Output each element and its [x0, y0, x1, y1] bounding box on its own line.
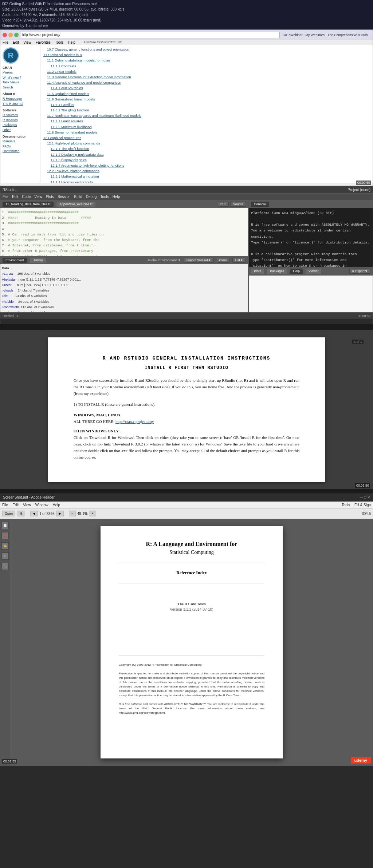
sidebar-link-journal[interactable]: The R Journal [3, 102, 38, 107]
toc-link-16[interactable]: 12 Graphical procedures [43, 135, 370, 140]
editor-tab-1[interactable]: 11_Reading_data_from_files.R [3, 202, 54, 207]
sidebar-link-taskviews[interactable]: Task Views [3, 80, 38, 85]
toc-link-17[interactable]: 12.1 High-level plotting commands [47, 140, 370, 146]
export-btn[interactable]: R Export▼ [349, 269, 370, 274]
attachments-panel-icon[interactable]: 📎 [1, 563, 9, 570]
toc-link-14[interactable]: 11.7.2 Maximum likelihood [51, 124, 370, 130]
code-editor[interactable]: 1. ################################## 2.… [0, 208, 248, 256]
r-site-layout: R CRAN Mirrors What's new? Task Views Se… [0, 45, 373, 183]
toc-link-1[interactable]: 11 Statistical models in R [43, 52, 370, 58]
toc-link-3[interactable]: 11.1.1 Contrasts [51, 63, 370, 69]
env-data-header: Data [2, 266, 247, 271]
console-tab[interactable]: Console [251, 202, 269, 207]
toc-link-18[interactable]: 12.1.1 The plot() function [51, 146, 370, 151]
reader-menu-window[interactable]: Window [35, 503, 48, 507]
sidebar-link-faqs[interactable]: FAQs [3, 144, 38, 149]
sidebar-link-mirrors[interactable]: Mirrors [3, 70, 38, 75]
menu-file[interactable]: File [3, 195, 8, 199]
menu-tools[interactable]: Tools [55, 40, 63, 44]
menu-edit[interactable]: Edit [12, 195, 18, 199]
console-collab: R is a collaborative project with many c… [251, 251, 370, 257]
menu-debug[interactable]: Debug [86, 195, 97, 199]
clear-env-btn[interactable]: Clear [217, 258, 230, 263]
toc-link-0[interactable]: 10.7 Classes, generic functions and obje… [47, 47, 370, 52]
reader-menu-edit[interactable]: Edit [12, 503, 19, 507]
packages-tab[interactable]: Packages [267, 269, 287, 274]
toc-link-19[interactable]: 12.1.2 Displaying multivariate data [51, 152, 370, 157]
toc-link-6[interactable]: 11.4 Analysis of variance and model comp… [47, 80, 370, 85]
toc-link-5[interactable]: 11.3 Generic functions for extracting mo… [47, 74, 370, 80]
sidebar-link-whatsnew[interactable]: What's new? [3, 75, 38, 80]
menu-view[interactable]: View [23, 40, 31, 44]
toc-link-23[interactable]: 12.2.1 Mathematical annotation [51, 174, 370, 179]
sidebar-link-search[interactable]: Search [3, 85, 38, 90]
doc-cran-link[interactable]: http://cran.r-project.org/ [115, 419, 154, 424]
menu-file[interactable]: File [3, 40, 8, 44]
reader-zoom-out-btn[interactable]: − [69, 511, 76, 516]
reader-menu-view[interactable]: View [23, 503, 31, 507]
viewer-tab[interactable]: Viewer [306, 269, 321, 274]
sidebar-link-other[interactable]: Other [3, 128, 38, 133]
toc-link-21[interactable]: 12.1.4 Arguments to high-level plotting … [51, 163, 370, 168]
menu-edit[interactable]: Edit [13, 40, 19, 44]
toc-link-4[interactable]: 11.2 Linear models [47, 69, 370, 74]
run-button[interactable]: Run [218, 202, 229, 207]
import-dataset-btn[interactable]: Import Dataset▼ [184, 258, 214, 263]
help-tab[interactable]: Help [290, 269, 303, 274]
menu-code[interactable]: Code [22, 195, 31, 199]
reader-tools-label[interactable]: Tools [342, 503, 350, 507]
toc-link-20[interactable]: 12.1.3 Display graphics [51, 157, 370, 163]
source-button[interactable]: Source [230, 202, 246, 207]
toc-link-24[interactable]: 12.2.2 Hershey vector fonts [51, 179, 370, 183]
menu-tools[interactable]: Tools [100, 195, 109, 199]
sidebar-link-packages[interactable]: Packages [3, 123, 38, 128]
toc-link-11[interactable]: 11.6.2 The glm() function [51, 107, 370, 113]
reader-print-btn[interactable]: 🖨 [17, 511, 25, 516]
menu-build[interactable]: Build [74, 195, 82, 199]
toc-link-2[interactable]: 11.1 Defining statistical models; formul… [47, 58, 370, 63]
browser-tab2[interactable]: The Comprehensive R Arch... [327, 33, 370, 37]
sidebar-link-rsources[interactable]: R Sources [3, 113, 38, 118]
console-area[interactable]: Platform: i386-w64-mingw32/i386 (32-bit)… [249, 208, 373, 267]
env-tab[interactable]: Environment [3, 258, 27, 263]
history-tab[interactable]: History [30, 258, 46, 263]
reader-content-area: R: A Language and Environment for Statis… [10, 519, 373, 766]
pages-panel-icon[interactable]: 📄 [1, 522, 9, 529]
reader-next-page-btn[interactable]: ▶ [56, 511, 64, 516]
toc-link-7[interactable]: 11.4.1 ANOVA tables [51, 85, 370, 91]
menu-favorites[interactable]: Favorites [36, 40, 51, 44]
toc-link-10[interactable]: 11.6.1 Families [51, 102, 370, 107]
browser-close-btn[interactable] [3, 33, 7, 37]
toc-link-8[interactable]: 11.5 Updating fitted models [47, 91, 370, 96]
toc-link-15[interactable]: 11.8 Some non-standard models [47, 130, 370, 135]
toc-link-12[interactable]: 11.7 Nonlinear least squares and maximum… [47, 113, 370, 118]
plots-tab[interactable]: Plots [251, 269, 264, 274]
menu-help[interactable]: Help [113, 195, 120, 199]
editor-tab-2[interactable]: AppendixA_exercise.R [56, 202, 95, 207]
toc-link-22[interactable]: 12.2 Low-level plotting commands [47, 168, 370, 174]
menu-plots[interactable]: Plots [46, 195, 54, 199]
reader-open-btn[interactable]: Open [2, 511, 15, 516]
browser-url-bar[interactable]: http://www.r-project.org/ [20, 32, 280, 38]
menu-session[interactable]: Session [58, 195, 71, 199]
reader-menu-help[interactable]: Help [52, 503, 60, 507]
menu-view[interactable]: View [34, 195, 42, 199]
browser-minimize-btn[interactable] [8, 33, 13, 37]
bookmarks-panel-icon[interactable]: 🔖 [1, 532, 9, 539]
toc-link-9[interactable]: 11.6 Generalized linear models [47, 96, 370, 102]
browser-tab1[interactable]: GoToWebinar - My Webinars [283, 33, 325, 37]
menu-help[interactable]: Help [68, 40, 75, 44]
sidebar-link-manuals[interactable]: Manuals [3, 139, 38, 144]
sidebar-link-contributed[interactable]: Contributed [3, 149, 38, 154]
reader-menu-file[interactable]: File [2, 503, 8, 507]
sidebar-link-rbinaries[interactable]: R Binaries [3, 118, 38, 123]
reader-fill-sign-label[interactable]: Fill & Sign [354, 503, 371, 507]
browser-maximize-btn[interactable] [14, 33, 19, 37]
list-view-btn[interactable]: List▼ [232, 258, 246, 263]
signatures-panel-icon[interactable]: ✍ [1, 542, 9, 550]
reader-prev-page-btn[interactable]: ◀ [30, 511, 38, 516]
toc-link-13[interactable]: 11.7.1 Least squares [51, 118, 370, 124]
reader-zoom-in-btn[interactable]: + [89, 511, 96, 516]
sidebar-link-homepage[interactable]: R Homepage [3, 96, 38, 102]
layers-panel-icon[interactable]: ≡ [1, 552, 9, 560]
